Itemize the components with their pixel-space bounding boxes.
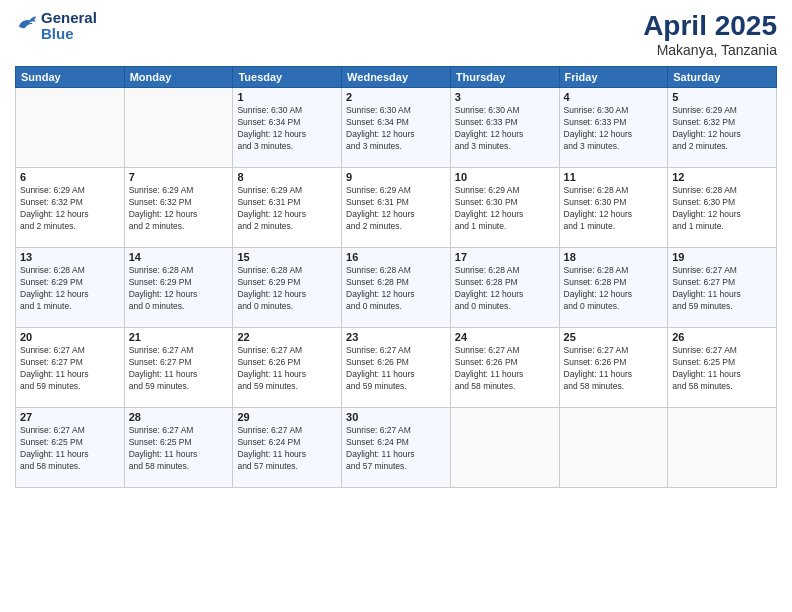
calendar-cell (559, 408, 668, 488)
page: General Blue April 2025 Makanya, Tanzani… (0, 0, 792, 612)
day-number: 12 (672, 171, 772, 183)
day-number: 4 (564, 91, 664, 103)
day-number: 28 (129, 411, 229, 423)
weekday-header-saturday: Saturday (668, 67, 777, 88)
day-info: Sunrise: 6:27 AM Sunset: 6:27 PM Dayligh… (672, 265, 772, 313)
calendar-cell: 13Sunrise: 6:28 AM Sunset: 6:29 PM Dayli… (16, 248, 125, 328)
day-info: Sunrise: 6:27 AM Sunset: 6:26 PM Dayligh… (237, 345, 337, 393)
calendar-cell: 14Sunrise: 6:28 AM Sunset: 6:29 PM Dayli… (124, 248, 233, 328)
calendar-cell: 5Sunrise: 6:29 AM Sunset: 6:32 PM Daylig… (668, 88, 777, 168)
day-info: Sunrise: 6:27 AM Sunset: 6:27 PM Dayligh… (20, 345, 120, 393)
weekday-header-thursday: Thursday (450, 67, 559, 88)
logo-general: General (41, 10, 97, 26)
day-number: 24 (455, 331, 555, 343)
day-info: Sunrise: 6:27 AM Sunset: 6:25 PM Dayligh… (129, 425, 229, 473)
calendar-cell: 17Sunrise: 6:28 AM Sunset: 6:28 PM Dayli… (450, 248, 559, 328)
day-number: 6 (20, 171, 120, 183)
calendar-cell: 25Sunrise: 6:27 AM Sunset: 6:26 PM Dayli… (559, 328, 668, 408)
logo-text: General Blue (41, 10, 97, 42)
day-number: 8 (237, 171, 337, 183)
weekday-header-monday: Monday (124, 67, 233, 88)
day-number: 9 (346, 171, 446, 183)
logo-blue: Blue (41, 26, 97, 42)
day-number: 2 (346, 91, 446, 103)
calendar-table: SundayMondayTuesdayWednesdayThursdayFrid… (15, 66, 777, 488)
day-number: 29 (237, 411, 337, 423)
day-number: 13 (20, 251, 120, 263)
calendar-cell: 24Sunrise: 6:27 AM Sunset: 6:26 PM Dayli… (450, 328, 559, 408)
day-info: Sunrise: 6:27 AM Sunset: 6:26 PM Dayligh… (455, 345, 555, 393)
calendar-cell: 9Sunrise: 6:29 AM Sunset: 6:31 PM Daylig… (342, 168, 451, 248)
day-number: 11 (564, 171, 664, 183)
logo: General Blue (15, 10, 97, 42)
day-number: 17 (455, 251, 555, 263)
day-number: 10 (455, 171, 555, 183)
weekday-header-friday: Friday (559, 67, 668, 88)
day-info: Sunrise: 6:27 AM Sunset: 6:26 PM Dayligh… (346, 345, 446, 393)
weekday-header-sunday: Sunday (16, 67, 125, 88)
calendar-cell: 18Sunrise: 6:28 AM Sunset: 6:28 PM Dayli… (559, 248, 668, 328)
calendar-cell: 21Sunrise: 6:27 AM Sunset: 6:27 PM Dayli… (124, 328, 233, 408)
calendar-cell: 28Sunrise: 6:27 AM Sunset: 6:25 PM Dayli… (124, 408, 233, 488)
calendar-cell: 29Sunrise: 6:27 AM Sunset: 6:24 PM Dayli… (233, 408, 342, 488)
calendar-cell: 2Sunrise: 6:30 AM Sunset: 6:34 PM Daylig… (342, 88, 451, 168)
day-info: Sunrise: 6:30 AM Sunset: 6:34 PM Dayligh… (237, 105, 337, 153)
calendar-cell: 26Sunrise: 6:27 AM Sunset: 6:25 PM Dayli… (668, 328, 777, 408)
day-number: 16 (346, 251, 446, 263)
day-number: 25 (564, 331, 664, 343)
day-number: 14 (129, 251, 229, 263)
calendar-header: SundayMondayTuesdayWednesdayThursdayFrid… (16, 67, 777, 88)
day-info: Sunrise: 6:29 AM Sunset: 6:32 PM Dayligh… (672, 105, 772, 153)
day-info: Sunrise: 6:29 AM Sunset: 6:31 PM Dayligh… (237, 185, 337, 233)
day-info: Sunrise: 6:28 AM Sunset: 6:30 PM Dayligh… (564, 185, 664, 233)
day-info: Sunrise: 6:27 AM Sunset: 6:24 PM Dayligh… (346, 425, 446, 473)
day-number: 18 (564, 251, 664, 263)
day-info: Sunrise: 6:28 AM Sunset: 6:28 PM Dayligh… (564, 265, 664, 313)
calendar-cell (668, 408, 777, 488)
calendar-body: 1Sunrise: 6:30 AM Sunset: 6:34 PM Daylig… (16, 88, 777, 488)
weekday-header-row: SundayMondayTuesdayWednesdayThursdayFrid… (16, 67, 777, 88)
calendar-cell: 27Sunrise: 6:27 AM Sunset: 6:25 PM Dayli… (16, 408, 125, 488)
day-info: Sunrise: 6:28 AM Sunset: 6:29 PM Dayligh… (237, 265, 337, 313)
day-number: 19 (672, 251, 772, 263)
calendar-cell: 10Sunrise: 6:29 AM Sunset: 6:30 PM Dayli… (450, 168, 559, 248)
day-info: Sunrise: 6:28 AM Sunset: 6:30 PM Dayligh… (672, 185, 772, 233)
day-info: Sunrise: 6:29 AM Sunset: 6:30 PM Dayligh… (455, 185, 555, 233)
title-block: April 2025 Makanya, Tanzania (643, 10, 777, 58)
calendar-cell: 23Sunrise: 6:27 AM Sunset: 6:26 PM Dayli… (342, 328, 451, 408)
header: General Blue April 2025 Makanya, Tanzani… (15, 10, 777, 58)
day-number: 1 (237, 91, 337, 103)
calendar-week-row: 20Sunrise: 6:27 AM Sunset: 6:27 PM Dayli… (16, 328, 777, 408)
day-info: Sunrise: 6:30 AM Sunset: 6:34 PM Dayligh… (346, 105, 446, 153)
calendar-cell (124, 88, 233, 168)
page-subtitle: Makanya, Tanzania (643, 42, 777, 58)
calendar-cell: 11Sunrise: 6:28 AM Sunset: 6:30 PM Dayli… (559, 168, 668, 248)
day-info: Sunrise: 6:29 AM Sunset: 6:32 PM Dayligh… (129, 185, 229, 233)
day-number: 15 (237, 251, 337, 263)
day-info: Sunrise: 6:27 AM Sunset: 6:24 PM Dayligh… (237, 425, 337, 473)
calendar-cell: 16Sunrise: 6:28 AM Sunset: 6:28 PM Dayli… (342, 248, 451, 328)
calendar-cell: 7Sunrise: 6:29 AM Sunset: 6:32 PM Daylig… (124, 168, 233, 248)
day-number: 20 (20, 331, 120, 343)
weekday-header-tuesday: Tuesday (233, 67, 342, 88)
calendar-cell: 12Sunrise: 6:28 AM Sunset: 6:30 PM Dayli… (668, 168, 777, 248)
calendar-cell: 8Sunrise: 6:29 AM Sunset: 6:31 PM Daylig… (233, 168, 342, 248)
calendar-cell: 6Sunrise: 6:29 AM Sunset: 6:32 PM Daylig… (16, 168, 125, 248)
day-number: 5 (672, 91, 772, 103)
day-info: Sunrise: 6:30 AM Sunset: 6:33 PM Dayligh… (455, 105, 555, 153)
day-info: Sunrise: 6:27 AM Sunset: 6:26 PM Dayligh… (564, 345, 664, 393)
day-number: 30 (346, 411, 446, 423)
calendar-week-row: 1Sunrise: 6:30 AM Sunset: 6:34 PM Daylig… (16, 88, 777, 168)
calendar-cell (450, 408, 559, 488)
day-info: Sunrise: 6:28 AM Sunset: 6:28 PM Dayligh… (346, 265, 446, 313)
calendar-cell: 22Sunrise: 6:27 AM Sunset: 6:26 PM Dayli… (233, 328, 342, 408)
day-info: Sunrise: 6:28 AM Sunset: 6:29 PM Dayligh… (129, 265, 229, 313)
day-info: Sunrise: 6:27 AM Sunset: 6:25 PM Dayligh… (20, 425, 120, 473)
calendar-cell: 3Sunrise: 6:30 AM Sunset: 6:33 PM Daylig… (450, 88, 559, 168)
day-info: Sunrise: 6:28 AM Sunset: 6:28 PM Dayligh… (455, 265, 555, 313)
page-title: April 2025 (643, 10, 777, 42)
day-number: 27 (20, 411, 120, 423)
day-number: 22 (237, 331, 337, 343)
day-number: 21 (129, 331, 229, 343)
calendar-cell: 20Sunrise: 6:27 AM Sunset: 6:27 PM Dayli… (16, 328, 125, 408)
